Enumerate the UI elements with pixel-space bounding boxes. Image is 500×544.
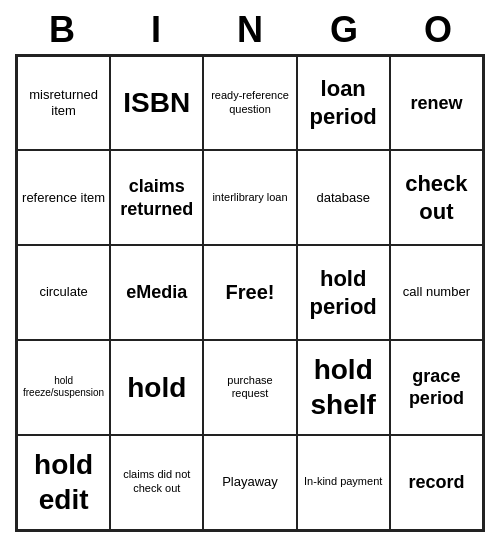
header-n: N: [203, 10, 297, 50]
bingo-grid: misreturned item ISBN ready-reference qu…: [15, 54, 485, 532]
cell-24: record: [390, 435, 483, 530]
cell-5: reference item: [17, 150, 110, 245]
cell-20: hold edit: [17, 435, 110, 530]
cell-6: claims returned: [110, 150, 203, 245]
cell-1: ISBN: [110, 56, 203, 151]
cell-22: Playaway: [203, 435, 296, 530]
cell-12-free: Free!: [203, 245, 296, 340]
cell-9: check out: [390, 150, 483, 245]
cell-10: circulate: [17, 245, 110, 340]
cell-15: hold freeze/suspension: [17, 340, 110, 435]
cell-4: renew: [390, 56, 483, 151]
header-g: G: [297, 10, 391, 50]
cell-18: hold shelf: [297, 340, 390, 435]
cell-7: interlibrary loan: [203, 150, 296, 245]
header-i: I: [109, 10, 203, 50]
cell-16: hold: [110, 340, 203, 435]
cell-2: ready-reference question: [203, 56, 296, 151]
cell-17: purchase request: [203, 340, 296, 435]
cell-14: call number: [390, 245, 483, 340]
cell-23: In-kind payment: [297, 435, 390, 530]
cell-11: eMedia: [110, 245, 203, 340]
cell-21: claims did not check out: [110, 435, 203, 530]
cell-0: misreturned item: [17, 56, 110, 151]
header-o: O: [391, 10, 485, 50]
cell-19: grace period: [390, 340, 483, 435]
cell-8: database: [297, 150, 390, 245]
cell-3: loan period: [297, 56, 390, 151]
header-b: B: [15, 10, 109, 50]
cell-13: hold period: [297, 245, 390, 340]
bingo-header: B I N G O: [15, 10, 485, 50]
